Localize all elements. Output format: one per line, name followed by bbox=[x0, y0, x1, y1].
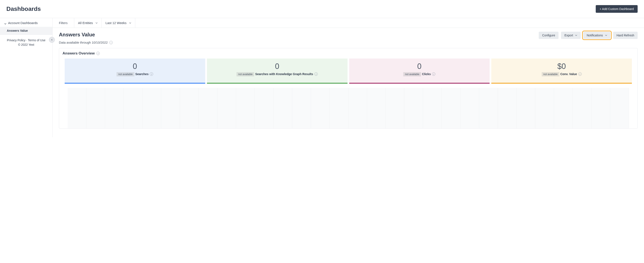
chevron-down-icon bbox=[4, 22, 6, 24]
sidebar-footer: Privacy Policy · Terms of Use © 2022 Yex… bbox=[0, 35, 52, 51]
hard-refresh-button[interactable]: Hard Refresh bbox=[613, 32, 638, 39]
entity-filter-label: All Entities bbox=[78, 21, 93, 25]
gridline bbox=[236, 88, 255, 128]
gridline bbox=[610, 88, 629, 128]
card-heading-text: Answers Overview bbox=[62, 51, 95, 56]
notifications-label: Notifications bbox=[586, 34, 603, 37]
chevron-down-icon bbox=[605, 34, 607, 37]
metric-badge: not available bbox=[236, 72, 254, 76]
entity-filter[interactable]: All Entities bbox=[74, 18, 102, 28]
chevron-down-icon bbox=[96, 21, 98, 25]
gridline bbox=[348, 88, 367, 128]
content-title: Answers Value bbox=[59, 32, 95, 38]
date-filter[interactable]: Last 12 Weeks bbox=[102, 18, 135, 28]
gridline bbox=[573, 88, 592, 128]
gridline bbox=[460, 88, 479, 128]
gridline bbox=[404, 88, 423, 128]
metric-label: Searches i bbox=[135, 72, 153, 76]
chevron-down-icon bbox=[575, 34, 577, 37]
action-row: Configure Export Notifications Hard Refr… bbox=[539, 32, 638, 39]
gridline bbox=[535, 88, 554, 128]
gridline bbox=[255, 88, 274, 128]
sidebar: Account Dashboards Answers Value Privacy… bbox=[0, 18, 52, 137]
data-availability-text: Data available through 10/10/2022 bbox=[59, 41, 108, 44]
add-custom-dashboard-button[interactable]: + Add Custom Dashboard bbox=[596, 5, 638, 13]
main-content: Filters All Entities Last 12 Weeks Answe… bbox=[52, 18, 644, 137]
gridline bbox=[105, 88, 124, 128]
metric-label-text: Searches bbox=[135, 72, 148, 76]
metric-label-text: Searches with Knowledge Graph Results bbox=[255, 72, 313, 76]
answers-overview-card: Answers Overview i 0 not available Searc… bbox=[59, 48, 638, 129]
chart-area bbox=[68, 88, 629, 128]
chevron-down-icon bbox=[129, 21, 131, 25]
info-icon[interactable]: i bbox=[314, 72, 318, 76]
metric-label: Searches with Knowledge Graph Results i bbox=[255, 72, 318, 76]
gridline bbox=[292, 88, 311, 128]
gridline bbox=[516, 88, 535, 128]
metric-conv-value[interactable]: $0 not available Conv. Value i bbox=[491, 59, 632, 84]
gridline bbox=[554, 88, 573, 128]
info-icon[interactable]: i bbox=[109, 41, 113, 44]
gridline bbox=[217, 88, 236, 128]
gridline bbox=[442, 88, 460, 128]
gridline bbox=[274, 88, 292, 128]
gridline bbox=[367, 88, 386, 128]
gridline bbox=[142, 88, 161, 128]
privacy-policy-link[interactable]: Privacy Policy bbox=[7, 39, 25, 42]
gridline bbox=[180, 88, 199, 128]
metric-badge: not available bbox=[116, 72, 134, 76]
configure-button[interactable]: Configure bbox=[539, 32, 558, 39]
gridline bbox=[311, 88, 330, 128]
data-availability: Data available through 10/10/2022 i bbox=[52, 40, 644, 48]
gridline bbox=[86, 88, 105, 128]
filters-label: Filters bbox=[52, 18, 74, 28]
info-icon[interactable]: i bbox=[432, 72, 435, 76]
metric-value: 0 bbox=[209, 62, 346, 71]
copyright-text: © 2022 Yext bbox=[18, 43, 34, 46]
export-label: Export bbox=[564, 34, 573, 37]
metric-searches[interactable]: 0 not available Searches i bbox=[65, 59, 205, 84]
chevron-left-icon bbox=[51, 38, 53, 42]
page-title: Dashboards bbox=[6, 6, 41, 12]
gridline bbox=[479, 88, 498, 128]
metric-clicks[interactable]: 0 not available Clicks i bbox=[349, 59, 490, 84]
info-icon[interactable]: i bbox=[96, 52, 100, 55]
gridline bbox=[161, 88, 180, 128]
gridline bbox=[330, 88, 348, 128]
export-button[interactable]: Export bbox=[561, 32, 580, 39]
notifications-button[interactable]: Notifications bbox=[583, 32, 610, 39]
metric-value: 0 bbox=[351, 62, 488, 71]
gridline bbox=[498, 88, 516, 128]
metric-badge: not available bbox=[542, 72, 559, 76]
sidebar-collapse-button[interactable] bbox=[49, 37, 55, 43]
gridline bbox=[386, 88, 404, 128]
gridline bbox=[592, 88, 610, 128]
gridline bbox=[199, 88, 217, 128]
gridline bbox=[124, 88, 142, 128]
metric-label-text: Clicks bbox=[422, 72, 431, 76]
info-icon[interactable]: i bbox=[150, 72, 153, 76]
card-heading: Answers Overview i bbox=[62, 51, 634, 56]
sidebar-section-account-dashboards[interactable]: Account Dashboards bbox=[0, 18, 52, 27]
gridline bbox=[68, 88, 86, 128]
gridline bbox=[423, 88, 442, 128]
filter-bar: Filters All Entities Last 12 Weeks bbox=[52, 18, 644, 28]
metric-value: 0 bbox=[66, 62, 204, 71]
metrics-row: 0 not available Searches i 0 not availab… bbox=[62, 59, 634, 84]
sidebar-item-answers-value[interactable]: Answers Value bbox=[0, 27, 52, 35]
metric-label: Conv. Value i bbox=[560, 72, 582, 76]
metric-label: Clicks i bbox=[422, 72, 435, 76]
terms-of-use-link[interactable]: Terms of Use bbox=[28, 39, 45, 42]
metric-value: $0 bbox=[493, 62, 630, 71]
metric-searches-kg[interactable]: 0 not available Searches with Knowledge … bbox=[207, 59, 348, 84]
date-filter-label: Last 12 Weeks bbox=[106, 21, 126, 25]
sidebar-section-label: Account Dashboards bbox=[8, 21, 38, 25]
footer-separator: · bbox=[26, 39, 28, 42]
info-icon[interactable]: i bbox=[578, 72, 582, 76]
metric-badge: not available bbox=[403, 72, 421, 76]
metric-label-text: Conv. Value bbox=[560, 72, 577, 76]
